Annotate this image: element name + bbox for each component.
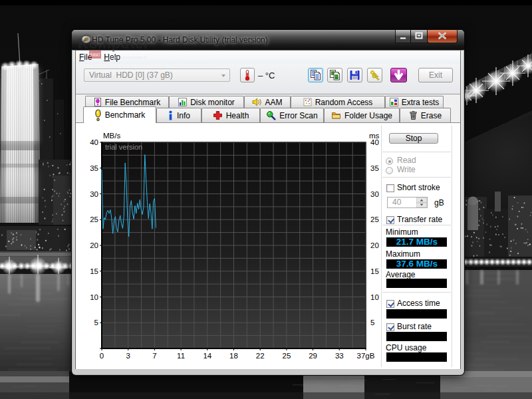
svg-text:29: 29	[309, 352, 317, 360]
svg-text:30: 30	[370, 190, 379, 198]
svg-text:25: 25	[283, 352, 291, 360]
svg-text:MB/s: MB/s	[103, 132, 120, 140]
svg-text:35: 35	[90, 164, 98, 172]
svg-text:33: 33	[335, 352, 344, 360]
svg-text:37gB: 37gB	[357, 352, 375, 360]
svg-text:22: 22	[256, 352, 265, 360]
svg-text:35: 35	[370, 164, 379, 172]
svg-text:15: 15	[370, 267, 379, 275]
svg-text:11: 11	[177, 352, 185, 360]
svg-text:20: 20	[370, 241, 379, 249]
svg-text:5: 5	[370, 319, 374, 327]
svg-text:trial version: trial version	[105, 143, 142, 151]
svg-text:14: 14	[203, 352, 211, 360]
svg-text:30: 30	[90, 190, 98, 198]
svg-text:ms: ms	[369, 132, 380, 140]
svg-text:7: 7	[152, 352, 156, 360]
svg-text:0: 0	[100, 352, 104, 360]
svg-text:18: 18	[229, 352, 238, 360]
svg-text:20: 20	[90, 241, 98, 249]
svg-text:10: 10	[370, 293, 379, 301]
svg-text:3: 3	[126, 352, 130, 360]
svg-text:15: 15	[90, 267, 98, 275]
svg-text:10: 10	[90, 293, 98, 301]
svg-text:25: 25	[90, 215, 98, 223]
svg-text:5: 5	[94, 319, 98, 327]
svg-text:25: 25	[370, 215, 379, 223]
svg-text:40: 40	[90, 138, 98, 146]
